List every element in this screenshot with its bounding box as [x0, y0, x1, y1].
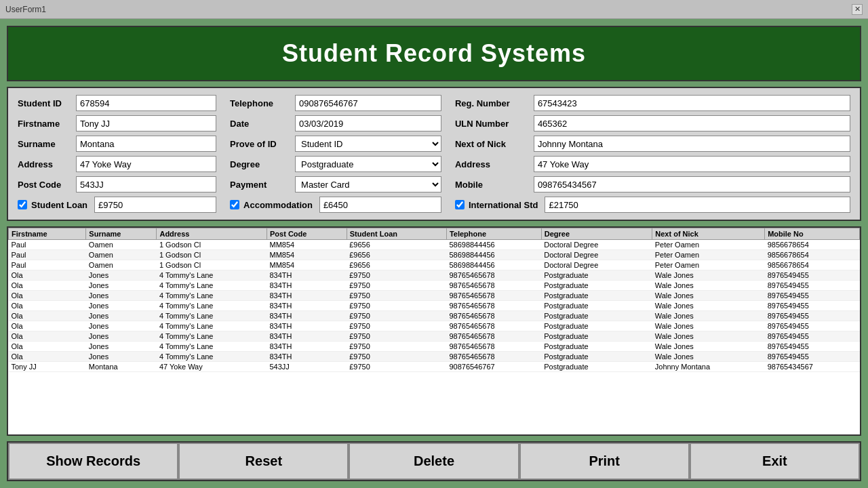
table-row[interactable]: Tony JJMontana47 Yoke Way543JJ£975090876… [9, 362, 860, 372]
surname-row: Surname [18, 136, 216, 152]
surname-input[interactable] [76, 136, 216, 152]
postcode-input[interactable] [76, 176, 216, 192]
reset-button[interactable]: Reset [178, 443, 349, 480]
student-loan-checkbox-row: Student Loan [18, 200, 87, 210]
table-cell: 58698844456 [446, 260, 541, 270]
table-cell: Postgraduate [541, 270, 652, 281]
table-cell: Postgraduate [541, 291, 652, 301]
table-cell: Oamen [86, 240, 157, 250]
table-row[interactable]: OlaJones4 Tommy's Lane834TH£975098765465… [9, 331, 860, 342]
show-records-button[interactable]: Show Records [8, 443, 178, 480]
table-cell: £9750 [347, 352, 446, 362]
table-row[interactable]: PaulOamen1 Godson ClMM854£96565869884445… [9, 250, 860, 260]
telephone-input[interactable] [295, 95, 441, 111]
table-cell: Ola [9, 342, 86, 352]
table-row[interactable]: OlaJones4 Tommy's Lane834TH£975098765465… [9, 352, 860, 362]
table-cell: £9750 [347, 331, 446, 342]
table-cell: Wale Jones [652, 342, 765, 352]
table-cell: 834TH [267, 311, 347, 321]
table-cell: Wale Jones [652, 281, 765, 291]
right-address-label: Address [455, 159, 530, 169]
table-row[interactable]: PaulOamen1 Godson ClMM854£96565869884445… [9, 260, 860, 270]
table-row[interactable]: OlaJones4 Tommy's Lane834TH£975098765465… [9, 281, 860, 291]
table-cell: 4 Tommy's Lane [157, 321, 267, 331]
table-cell: MM854 [267, 240, 347, 250]
table-cell: Jones [86, 301, 157, 311]
exit-button[interactable]: Exit [690, 443, 860, 480]
postcode-row: Post Code [18, 176, 216, 192]
table-column-header: Address [157, 228, 267, 240]
table-row[interactable]: OlaJones4 Tommy's Lane834TH£975098765465… [9, 291, 860, 301]
table-cell: Wale Jones [652, 301, 765, 311]
table-row[interactable]: OlaJones4 Tommy's Lane834TH£975098765465… [9, 311, 860, 321]
table-cell: Jones [86, 311, 157, 321]
next-of-nick-row: Next of Nick [455, 136, 850, 152]
table-cell: 98765465678 [446, 352, 541, 362]
payment-select[interactable]: Master Card Visa PayPal Bank Transfer [295, 176, 441, 192]
student-loan-checkbox[interactable] [18, 200, 27, 209]
close-button[interactable]: ✕ [852, 4, 863, 15]
table-cell: Ola [9, 281, 86, 291]
student-id-label: Student ID [18, 98, 72, 108]
table-cell: Doctoral Degree [541, 250, 652, 260]
date-input[interactable] [295, 115, 441, 131]
table-cell: £9656 [347, 240, 446, 250]
table-cell: Postgraduate [541, 281, 652, 291]
uln-number-label: ULN Number [455, 119, 530, 129]
table-cell: 543JJ [267, 362, 347, 372]
table-cell: 834TH [267, 321, 347, 331]
reg-number-input[interactable] [534, 95, 850, 111]
table-row[interactable]: OlaJones4 Tommy's Lane834TH£975098765465… [9, 270, 860, 281]
table-row[interactable]: OlaJones4 Tommy's Lane834TH£975098765465… [9, 342, 860, 352]
student-id-input[interactable] [76, 95, 216, 111]
degree-label: Degree [230, 159, 291, 169]
table-cell: Montana [86, 362, 157, 372]
right-address-input[interactable] [534, 156, 850, 172]
table-column-header: Post Code [267, 228, 347, 240]
table-cell: Postgraduate [541, 321, 652, 331]
address-input[interactable] [76, 156, 216, 172]
international-std-checkbox[interactable] [455, 200, 465, 209]
table-row[interactable]: PaulOamen1 Godson ClMM854£96565869884445… [9, 240, 860, 250]
student-loan-input[interactable] [94, 197, 216, 213]
table-cell: £9750 [347, 301, 446, 311]
table-cell: Johnny Montana [652, 362, 765, 372]
payment-row: Payment Master Card Visa PayPal Bank Tra… [230, 176, 441, 192]
delete-button[interactable]: Delete [349, 443, 519, 480]
table-cell: Wale Jones [652, 352, 765, 362]
table-cell: Doctoral Degree [541, 240, 652, 250]
table-cell: Ola [9, 331, 86, 342]
accommodation-checkbox-row: Accommodation [230, 200, 313, 210]
table-body: PaulOamen1 Godson ClMM854£96565869884445… [9, 240, 860, 372]
table-cell: 4 Tommy's Lane [157, 281, 267, 291]
table-scroll[interactable]: FirstnameSurnameAddressPost CodeStudent … [8, 228, 860, 434]
titlebar: UserForm1 ✕ [0, 0, 868, 19]
table-cell: 834TH [267, 352, 347, 362]
table-row[interactable]: OlaJones4 Tommy's Lane834TH£975098765465… [9, 301, 860, 311]
table-row[interactable]: OlaJones4 Tommy's Lane834TH£975098765465… [9, 321, 860, 331]
uln-number-input[interactable] [534, 115, 850, 131]
table-cell: 98765465678 [446, 291, 541, 301]
buttons-row: Show Records Reset Delete Print Exit [7, 441, 861, 481]
accommodation-input[interactable] [319, 197, 441, 213]
records-table: FirstnameSurnameAddressPost CodeStudent … [8, 228, 860, 372]
table-cell: MM854 [267, 250, 347, 260]
accommodation-checkbox[interactable] [230, 200, 239, 209]
table-cell: Paul [9, 260, 86, 270]
table-cell: £9750 [347, 321, 446, 331]
student-id-row: Student ID [18, 95, 216, 111]
table-cell: Jones [86, 352, 157, 362]
print-button[interactable]: Print [519, 443, 690, 480]
next-of-nick-input[interactable] [534, 136, 850, 152]
payment-label: Payment [230, 180, 291, 190]
international-std-input[interactable] [545, 197, 850, 213]
mobile-input[interactable] [534, 176, 850, 192]
international-std-row: International Std [455, 197, 850, 213]
table-cell: Peter Oamen [652, 240, 765, 250]
prove-id-select[interactable]: Student ID Passport Driving License [295, 136, 441, 152]
telephone-label: Telephone [230, 98, 291, 108]
degree-select[interactable]: Postgraduate Undergraduate PhD Doctoral … [295, 156, 441, 172]
table-cell: Wale Jones [652, 291, 765, 301]
firstname-input[interactable] [76, 115, 216, 131]
table-cell: Jones [86, 270, 157, 281]
